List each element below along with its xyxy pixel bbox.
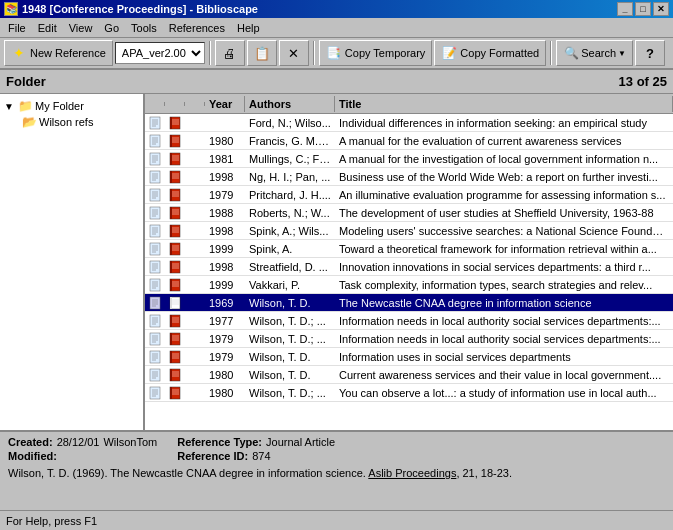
- icon3-cell: [185, 140, 205, 142]
- icon1-cell: [145, 259, 165, 275]
- table-row[interactable]: 1979 Wilson, T. D.; ... Information need…: [145, 330, 673, 348]
- year-cell: 1998: [205, 260, 245, 274]
- table-row[interactable]: Ford, N.; Wilso... Individual difference…: [145, 114, 673, 132]
- minimize-button[interactable]: _: [617, 2, 633, 16]
- title-cell: Information needs in local authority soc…: [335, 314, 673, 328]
- created-by: WilsonTom: [103, 436, 157, 448]
- table-row[interactable]: 1999 Spink, A. Toward a theoretical fram…: [145, 240, 673, 258]
- menu-edit[interactable]: Edit: [32, 20, 63, 36]
- title-cell: A manual for the evaluation of current a…: [335, 134, 673, 148]
- year-cell: 1981: [205, 152, 245, 166]
- table-row[interactable]: 1979 Pritchard, J. H.... An illuminative…: [145, 186, 673, 204]
- menu-view[interactable]: View: [63, 20, 99, 36]
- table-row[interactable]: 1981 Mullings, C.; Fr... A manual for th…: [145, 150, 673, 168]
- created-row: Created: 28/12/01 WilsonTom: [8, 436, 157, 448]
- title-bar-buttons: _ □ ✕: [617, 2, 669, 16]
- copy-form-icon: 📝: [441, 45, 457, 61]
- icon3-cell: [185, 356, 205, 358]
- search-button[interactable]: 🔍 Search ▼: [556, 40, 633, 66]
- header-icon1[interactable]: [145, 102, 165, 106]
- detail-panel: Created: 28/12/01 WilsonTom Modified: Re…: [0, 430, 673, 510]
- menu-references[interactable]: References: [163, 20, 231, 36]
- style-select[interactable]: APA_ver2.00: [115, 42, 205, 64]
- svg-rect-150: [150, 387, 160, 399]
- icon2-cell: [165, 223, 185, 239]
- icon2-cell: [165, 331, 185, 347]
- svg-rect-90: [150, 279, 160, 291]
- header-authors[interactable]: Authors: [245, 96, 335, 112]
- list-body: Ford, N.; Wilso... Individual difference…: [145, 114, 673, 430]
- menu-help[interactable]: Help: [231, 20, 266, 36]
- table-row[interactable]: 1980 Wilson, T. D. Current awareness ser…: [145, 366, 673, 384]
- maximize-button[interactable]: □: [635, 2, 651, 16]
- new-reference-button[interactable]: ✦ New Reference: [4, 40, 113, 66]
- svg-rect-20: [150, 153, 160, 165]
- menu-file[interactable]: File: [2, 20, 32, 36]
- header-title[interactable]: Title: [335, 96, 673, 112]
- svg-rect-96: [170, 279, 172, 291]
- copy-temporary-button[interactable]: 📑 Copy Temporary: [319, 40, 433, 66]
- icon3-cell: [185, 230, 205, 232]
- icon2-cell: [165, 187, 185, 203]
- author-cell: Wilson, T. D.; ...: [245, 386, 335, 400]
- author-cell: Wilson, T. D.: [245, 350, 335, 364]
- menu-bar: File Edit View Go Tools References Help: [0, 18, 673, 38]
- icon1-cell: [145, 241, 165, 257]
- svg-rect-66: [170, 225, 172, 237]
- svg-rect-30: [150, 171, 160, 183]
- table-row[interactable]: 1969 Wilson, T. D. The Newcastle CNAA de…: [145, 294, 673, 312]
- table-row[interactable]: 1979 Wilson, T. D. Information uses in s…: [145, 348, 673, 366]
- title-cell: Toward a theoretical framework for infor…: [335, 242, 673, 256]
- table-row[interactable]: 1977 Wilson, T. D.; ... Information need…: [145, 312, 673, 330]
- header-icon3[interactable]: [185, 102, 205, 106]
- icon3-cell: [185, 338, 205, 340]
- main-content: Folder 13 of 25 ▼ 📁 My Folder 📂 Wilson r…: [0, 70, 673, 510]
- table-row[interactable]: 1998 Streatfield, D. ... Innovation inno…: [145, 258, 673, 276]
- delete-button[interactable]: ✕: [279, 40, 309, 66]
- title-cell: Innovation innovations in social service…: [335, 260, 673, 274]
- year-cell: 1979: [205, 332, 245, 346]
- table-row[interactable]: 1998 Ng, H. I.; Pan, ... Business use of…: [145, 168, 673, 186]
- svg-rect-116: [170, 315, 172, 327]
- header-year[interactable]: Year: [205, 96, 245, 112]
- folder-title: Folder: [6, 74, 46, 89]
- tree-child-wilson[interactable]: 📂 Wilson refs: [20, 114, 141, 130]
- menu-tools[interactable]: Tools: [125, 20, 163, 36]
- ref-type-value: Journal Article: [266, 436, 335, 448]
- icon3-cell: [185, 212, 205, 214]
- table-row[interactable]: 1988 Roberts, N.; W... The development o…: [145, 204, 673, 222]
- citation-text: Wilson, T. D. (1969). The Newcastle CNAA…: [8, 467, 368, 479]
- table-row[interactable]: 1999 Vakkari, P. Task complexity, inform…: [145, 276, 673, 294]
- year-cell: 1988: [205, 206, 245, 220]
- expand-icon: ▼: [4, 101, 16, 112]
- toolbar: ✦ New Reference APA_ver2.00 🖨 📋 ✕ 📑 Copy…: [0, 38, 673, 70]
- tree-panel: ▼ 📁 My Folder 📂 Wilson refs: [0, 94, 145, 430]
- header-icon2[interactable]: [165, 102, 185, 106]
- svg-rect-26: [170, 153, 172, 165]
- svg-rect-50: [150, 207, 160, 219]
- ref-type-label: Reference Type:: [177, 436, 262, 448]
- menu-go[interactable]: Go: [98, 20, 125, 36]
- help-button[interactable]: ?: [635, 40, 665, 66]
- table-row[interactable]: 1980 Francis, G. M.; ... A manual for th…: [145, 132, 673, 150]
- print-button[interactable]: 🖨: [215, 40, 245, 66]
- copy-temp-label: Copy Temporary: [345, 47, 426, 59]
- table-row[interactable]: 1980 Wilson, T. D.; ... You can observe …: [145, 384, 673, 402]
- author-cell: Ford, N.; Wilso...: [245, 116, 335, 130]
- tree-root[interactable]: ▼ 📁 My Folder: [2, 98, 141, 114]
- author-cell: Spink, A.; Wils...: [245, 224, 335, 238]
- year-cell: 1977: [205, 314, 245, 328]
- tree-root-label: My Folder: [35, 100, 84, 112]
- copy-button[interactable]: 📋: [247, 40, 277, 66]
- author-cell: Spink, A.: [245, 242, 335, 256]
- icon1-cell: [145, 133, 165, 149]
- table-row[interactable]: 1998 Spink, A.; Wils... Modeling users' …: [145, 222, 673, 240]
- year-cell: 1980: [205, 134, 245, 148]
- svg-rect-100: [150, 297, 160, 309]
- copy-icon: 📋: [254, 45, 270, 61]
- copy-form-label: Copy Formatted: [460, 47, 539, 59]
- icon2-cell: [165, 295, 185, 311]
- author-cell: Wilson, T. D.; ...: [245, 332, 335, 346]
- copy-formatted-button[interactable]: 📝 Copy Formatted: [434, 40, 546, 66]
- close-button[interactable]: ✕: [653, 2, 669, 16]
